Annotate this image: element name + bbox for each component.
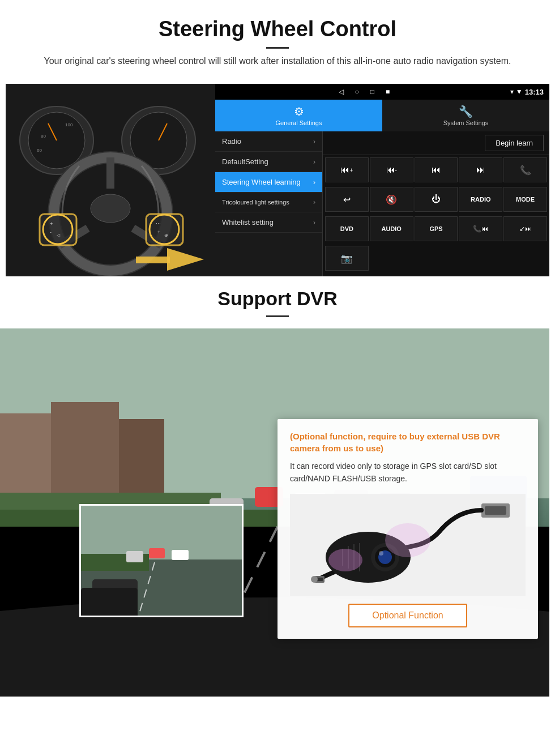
svg-rect-52 bbox=[172, 550, 189, 560]
tricoloured-chevron-icon: › bbox=[313, 198, 315, 206]
section1-title: Steering Wheel Control bbox=[23, 17, 532, 41]
svg-text:80: 80 bbox=[41, 134, 46, 139]
ctrl-audio[interactable]: AUDIO bbox=[370, 216, 413, 241]
svg-text:⊕: ⊕ bbox=[164, 233, 168, 238]
menu-radio-label: Radio bbox=[222, 137, 241, 146]
svg-rect-18 bbox=[146, 214, 183, 245]
signal-icon: ▾ bbox=[510, 88, 514, 96]
svg-rect-27 bbox=[136, 257, 170, 263]
settings-gear-icon: ⚙ bbox=[294, 105, 304, 118]
menu-tricoloured-label: Tricoloured light settings bbox=[222, 198, 289, 206]
android-nav-buttons: ◁ ○ □ ■ bbox=[221, 88, 507, 96]
menu-whitelist-label: Whitelist setting bbox=[222, 218, 274, 227]
dvr-image-area: (Optional function, require to buy exter… bbox=[0, 328, 549, 697]
menu-item-defaultsetting[interactable]: DefaultSetting › bbox=[215, 152, 322, 172]
ctrl-prev[interactable]: ⏮ bbox=[415, 157, 458, 182]
radio-chevron-icon: › bbox=[313, 138, 315, 146]
svg-rect-29 bbox=[0, 413, 51, 498]
section1-header: Steering Wheel Control Your original car… bbox=[0, 0, 555, 74]
svg-point-67 bbox=[385, 523, 430, 557]
svg-rect-51 bbox=[149, 548, 165, 558]
nav-menu-icon[interactable]: ■ bbox=[386, 88, 390, 96]
begin-learn-row: Begin learn bbox=[323, 131, 549, 155]
svg-text:+: + bbox=[50, 221, 53, 227]
svg-point-15 bbox=[91, 194, 130, 223]
dvr-description: It can record video only to storage in G… bbox=[290, 460, 526, 485]
menu-steering-label: Steering Wheel learning bbox=[222, 178, 301, 186]
section1-description: Your original car's steering wheel contr… bbox=[23, 54, 532, 68]
ctrl-vol-down[interactable]: ⏮- bbox=[370, 157, 413, 182]
tab-general-settings[interactable]: ⚙ General Settings bbox=[215, 100, 382, 131]
steering-demo: 80 100 60 + - ◁ bbox=[6, 84, 549, 276]
menu-area: Radio › DefaultSetting › Steering Wheel … bbox=[215, 131, 549, 276]
nav-home-icon[interactable]: ○ bbox=[355, 88, 359, 96]
system-icon: 🔧 bbox=[459, 105, 473, 118]
ctrl-vol-up[interactable]: ⏮+ bbox=[325, 157, 369, 182]
svg-rect-56 bbox=[485, 506, 506, 515]
svg-rect-30 bbox=[51, 402, 119, 498]
svg-point-66 bbox=[328, 549, 362, 571]
ctrl-power[interactable]: ⏻ bbox=[415, 187, 458, 212]
dvr-optional-note: (Optional function, require to buy exter… bbox=[290, 430, 526, 454]
svg-text:60: 60 bbox=[37, 148, 42, 153]
menu-item-whitelist[interactable]: Whitelist setting › bbox=[215, 212, 322, 233]
ctrl-hangup[interactable]: ↩ bbox=[325, 187, 369, 212]
svg-point-70 bbox=[311, 576, 318, 583]
ctrl-radio[interactable]: RADIO bbox=[459, 187, 502, 212]
tab-system-label: System Settings bbox=[443, 119, 488, 126]
svg-rect-31 bbox=[119, 419, 164, 498]
ctrl-phone-next[interactable]: ↙⏭ bbox=[503, 216, 547, 241]
begin-learn-button[interactable]: Begin learn bbox=[485, 135, 544, 151]
section1-divider bbox=[266, 47, 289, 49]
tab-general-label: General Settings bbox=[276, 119, 322, 126]
nav-back-icon[interactable]: ◁ bbox=[339, 88, 344, 96]
ctrl-dvd[interactable]: DVD bbox=[325, 216, 369, 241]
ctrl-next[interactable]: ⏭ bbox=[459, 157, 502, 182]
svg-rect-50 bbox=[126, 551, 143, 562]
menu-list: Radio › DefaultSetting › Steering Wheel … bbox=[215, 131, 323, 276]
status-icons: ▾ ▼ 13:13 bbox=[510, 88, 544, 96]
control-buttons-grid: ⏮+ ⏮- ⏮ ⏭ 📞 ↩ 🔇 ⏻ RADIO MODE DVD AUDIO G… bbox=[323, 155, 549, 276]
wifi-icon: ▼ bbox=[516, 88, 523, 96]
svg-rect-54 bbox=[81, 588, 138, 617]
menu-item-radio[interactable]: Radio › bbox=[215, 131, 322, 152]
dvr-divider bbox=[266, 315, 289, 317]
ctrl-camera[interactable]: 📷 bbox=[325, 246, 369, 271]
dvr-info-card: (Optional function, require to buy exter… bbox=[278, 419, 538, 639]
dvr-camera-image bbox=[290, 494, 526, 596]
menu-item-steering[interactable]: Steering Wheel learning › bbox=[215, 172, 322, 193]
svg-text:100: 100 bbox=[65, 122, 73, 127]
default-chevron-icon: › bbox=[313, 158, 315, 166]
dvr-title: Support DVR bbox=[0, 288, 555, 310]
steering-wheel-image: 80 100 60 + - ◁ bbox=[6, 84, 215, 276]
steering-chevron-icon: › bbox=[313, 178, 315, 186]
android-ui: ◁ ○ □ ■ ▾ ▼ 13:13 ⚙ General Settings 🔧 S… bbox=[215, 84, 549, 276]
svg-point-65 bbox=[379, 551, 383, 556]
dvr-section-header: Support DVR bbox=[0, 276, 555, 328]
svg-text:+: + bbox=[157, 229, 160, 235]
menu-item-tricoloured[interactable]: Tricoloured light settings › bbox=[215, 193, 322, 212]
svg-rect-16 bbox=[40, 214, 76, 245]
ctrl-mode[interactable]: MODE bbox=[503, 187, 547, 212]
status-time: 13:13 bbox=[525, 88, 544, 96]
dvr-thumbnail bbox=[79, 504, 244, 617]
nav-recents-icon[interactable]: □ bbox=[370, 88, 374, 96]
whitelist-chevron-icon: › bbox=[313, 219, 315, 227]
tab-system-settings[interactable]: 🔧 System Settings bbox=[382, 100, 549, 131]
svg-text:-: - bbox=[50, 229, 52, 235]
tab-bar: ⚙ General Settings 🔧 System Settings bbox=[215, 100, 549, 131]
ctrl-phone-prev[interactable]: 📞⏮ bbox=[459, 216, 502, 241]
button-panel: Begin learn ⏮+ ⏮- ⏮ ⏭ 📞 ↩ 🔇 ⏻ RADIO MODE bbox=[323, 131, 549, 276]
svg-text:◁: ◁ bbox=[57, 233, 61, 238]
ctrl-mute[interactable]: 🔇 bbox=[370, 187, 413, 212]
svg-text:⋯: ⋯ bbox=[156, 221, 161, 227]
ctrl-gps[interactable]: GPS bbox=[415, 216, 458, 241]
optional-function-button[interactable]: Optional Function bbox=[348, 604, 467, 627]
ctrl-phone[interactable]: 📞 bbox=[503, 157, 547, 182]
status-bar: ◁ ○ □ ■ ▾ ▼ 13:13 bbox=[215, 84, 549, 100]
menu-default-label: DefaultSetting bbox=[222, 157, 268, 166]
